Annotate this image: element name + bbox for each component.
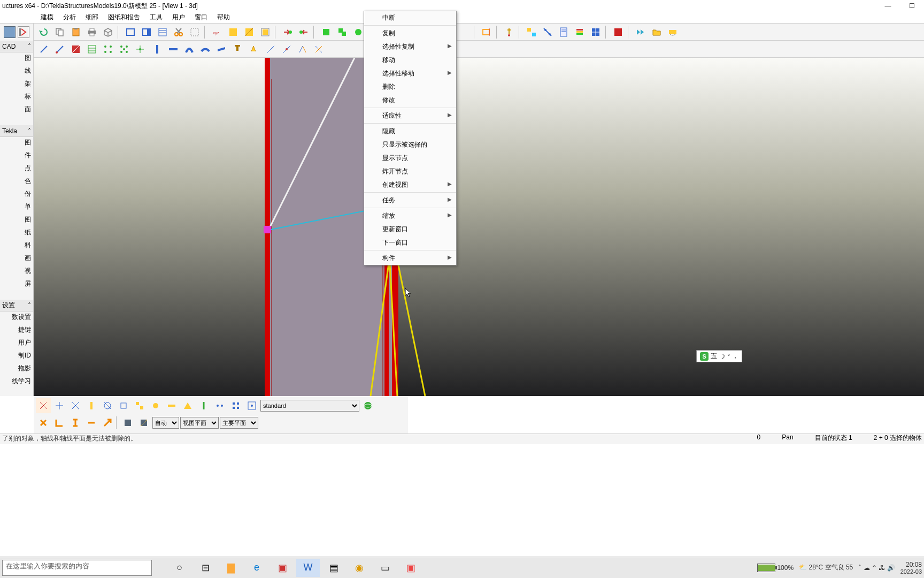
context-menu-item[interactable]: 删除 [364,80,456,94]
xyz-button[interactable]: xyz [210,25,225,40]
menu-tools[interactable]: 工具 [145,12,167,23]
app5-button[interactable]: ▣ [399,559,422,577]
snap8-button[interactable] [148,398,163,413]
context-menu-item[interactable]: 复制 [364,27,456,40]
app-icon[interactable] [4,26,16,38]
bolt-button[interactable] [230,42,245,57]
side-item[interactable]: 标 [0,91,33,104]
mainplane-select[interactable]: 主要平面 [220,417,258,429]
expand-icon[interactable] [18,26,29,38]
snap12-button[interactable] [212,398,227,413]
menu-drawings[interactable]: 图纸和报告 [104,12,144,23]
app3-button[interactable]: ◉ [348,559,371,577]
context-menu-item[interactable]: 任务▶ [364,194,456,208]
app1-button[interactable]: ▣ [271,559,294,577]
side-item[interactable]: 屏 [0,278,33,291]
blue-line2-button[interactable] [279,42,294,57]
beam3-button[interactable] [182,42,197,57]
clock[interactable]: 20:08 2022-03 [900,561,922,575]
context-menu-item[interactable]: 构件▶ [364,252,456,265]
side-item[interactable]: 线学习 [0,376,33,389]
auto-select[interactable]: 自动 [152,417,179,429]
snap3-button[interactable] [68,398,83,413]
snap14-button[interactable] [244,398,259,413]
move-out-button[interactable] [296,25,311,40]
pin-button[interactable] [502,25,517,40]
snap4-button[interactable] [84,398,99,413]
context-menu-item[interactable]: 炸开节点 [364,165,456,178]
nodes1-button[interactable] [101,42,116,57]
side-item[interactable]: 拖影 [0,363,33,376]
copy-button[interactable] [52,25,67,40]
plane-button[interactable] [242,25,257,40]
multi1-button[interactable] [524,25,539,40]
minimize-button[interactable]: — [876,0,900,12]
plane1-button[interactable] [120,415,135,430]
corner2-button[interactable] [68,415,83,430]
taskview2-button[interactable]: ⊟ [194,559,217,577]
context-menu-item[interactable]: 选择性移动▶ [364,67,456,80]
line2-button[interactable] [52,42,67,57]
search-input[interactable]: 在这里输入你要搜索的内容 [2,560,152,576]
menu-user[interactable]: 用户 [168,12,189,23]
nodes2-button[interactable] [117,42,132,57]
context-menu-item[interactable]: 显示节点 [364,151,456,165]
hatch-button[interactable] [84,42,99,57]
fill-button[interactable] [68,42,83,57]
paste-button[interactable] [68,25,83,40]
menu-modeling[interactable]: 建模 [36,12,58,23]
box-button[interactable] [101,25,116,40]
snap13-button[interactable] [228,398,243,413]
window-right-button[interactable] [139,25,154,40]
context-menu-item[interactable]: 移动 [364,54,456,67]
line1-button[interactable] [36,42,51,57]
snap5-button[interactable] [100,398,115,413]
origin-button[interactable] [226,25,241,40]
side-item[interactable]: 点 [0,163,33,176]
context-menu-item[interactable]: 创建视图▶ [364,178,456,193]
maximize-button[interactable]: ☐ [900,0,924,12]
plate-button[interactable] [214,42,229,57]
beam2-button[interactable] [166,42,181,57]
clip-button[interactable] [479,25,494,40]
menu-detail[interactable]: 细部 [81,12,103,23]
tool-last-button[interactable] [665,25,680,40]
folder-button[interactable] [649,25,664,40]
snap9-button[interactable] [164,398,179,413]
blue-line3-button[interactable] [295,42,310,57]
side-item[interactable]: 视 [0,265,33,278]
green2-button[interactable] [335,25,350,40]
move-in-button[interactable] [280,25,295,40]
snap11-button[interactable] [196,398,211,413]
viewplane-select[interactable]: 视图平面 [180,417,219,429]
nodes3-button[interactable] [133,42,148,57]
context-menu-item[interactable]: 选择性复制▶ [364,40,456,54]
context-menu-item[interactable]: 修改 [364,94,456,108]
side-item[interactable]: 份 [0,188,33,201]
report-button[interactable] [556,25,571,40]
collapse-icon[interactable]: ˄ [28,302,31,309]
standard-select[interactable]: standard [260,400,359,412]
beam4-button[interactable] [198,42,213,57]
taskview-button[interactable]: ○ [168,559,191,577]
side-item[interactable]: 架 [0,78,33,91]
window-button[interactable] [123,25,138,40]
context-menu-item[interactable]: 只显示被选择的 [364,138,456,151]
weld-button[interactable] [246,42,261,57]
snap6-button[interactable] [116,398,131,413]
side-item[interactable]: 图 [0,52,33,65]
blue-line1-button[interactable] [263,42,278,57]
side-item[interactable]: 件 [0,150,33,163]
edge-button[interactable]: e [245,559,268,577]
side-item[interactable]: 纸 [0,227,33,240]
context-menu-item[interactable]: 中断 [364,11,456,26]
menu-help[interactable]: 帮助 [213,12,234,23]
context-menu-item[interactable]: 下一窗口 [364,236,456,250]
cross-button[interactable] [311,42,326,57]
globe-button[interactable] [360,398,375,413]
beam1-button[interactable] [150,42,165,57]
side-item[interactable]: 用户 [0,337,33,350]
side-item[interactable]: 画 [0,253,33,265]
collapse-icon[interactable]: ˄ [28,127,31,135]
side-item[interactable]: 色 [0,176,33,188]
